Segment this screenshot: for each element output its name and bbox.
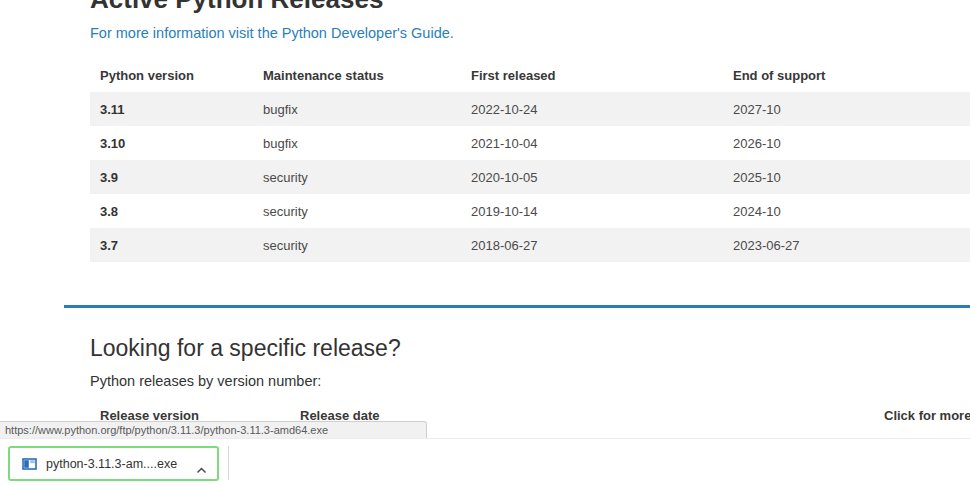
download-filename: python-3.11.3-am....exe <box>46 457 177 471</box>
cell-status: security <box>253 160 461 194</box>
column-header-first-released: First released <box>461 56 723 92</box>
column-header-click-for-more: Click for more <box>884 408 970 423</box>
status-url-text: https://www.python.org/ftp/python/3.11.3… <box>0 422 426 438</box>
cell-end-of-support: 2024-10 <box>723 194 970 228</box>
cell-end-of-support: 2026-10 <box>723 126 970 160</box>
browser-viewport: Active Python Releases For more informat… <box>0 0 970 485</box>
table-row: 3.7 security 2018-06-27 2023-06-27 <box>90 228 970 262</box>
column-header-python-version: Python version <box>90 56 253 92</box>
column-header-end-of-support: End of support <box>723 56 970 92</box>
developers-guide-link[interactable]: For more information visit the Python De… <box>90 25 454 41</box>
table-row: 3.10 bugfix 2021-10-04 2026-10 <box>90 126 970 160</box>
cell-first-released: 2018-06-27 <box>461 228 723 262</box>
cell-end-of-support: 2025-10 <box>723 160 970 194</box>
table-row: 3.11 bugfix 2022-10-24 2027-10 <box>90 92 970 126</box>
cell-first-released: 2019-10-14 <box>461 194 723 228</box>
cell-version: 3.10 <box>90 126 253 160</box>
download-shelf: python-3.11.3-am....exe <box>0 438 970 485</box>
active-releases-heading: Active Python Releases <box>90 0 970 14</box>
chevron-up-icon[interactable] <box>196 460 207 467</box>
cell-first-released: 2021-10-04 <box>461 126 723 160</box>
cell-status: bugfix <box>253 126 461 160</box>
cell-status: security <box>253 228 461 262</box>
cell-first-released: 2020-10-05 <box>461 160 723 194</box>
cell-end-of-support: 2027-10 <box>723 92 970 126</box>
table-header-row: Python version Maintenance status First … <box>90 56 970 92</box>
download-item-python-installer[interactable]: python-3.11.3-am....exe <box>8 446 219 481</box>
cell-version: 3.7 <box>90 228 253 262</box>
cell-status: security <box>253 194 461 228</box>
cell-status: bugfix <box>253 92 461 126</box>
column-header-maintenance-status: Maintenance status <box>253 56 461 92</box>
cell-version: 3.8 <box>90 194 253 228</box>
shelf-item-separator <box>228 446 229 480</box>
specific-release-heading: Looking for a specific release? <box>90 334 970 362</box>
cell-end-of-support: 2023-06-27 <box>723 228 970 262</box>
specific-release-subtitle: Python releases by version number: <box>90 372 970 390</box>
info-link-line: For more information visit the Python De… <box>90 24 970 42</box>
section-divider <box>64 305 970 308</box>
cell-first-released: 2022-10-24 <box>461 92 723 126</box>
table-row: 3.9 security 2020-10-05 2025-10 <box>90 160 970 194</box>
table-row: 3.8 security 2019-10-14 2024-10 <box>90 194 970 228</box>
link-target-status-bubble: https://www.python.org/ftp/python/3.11.3… <box>0 421 427 438</box>
python-org-page: Active Python Releases For more informat… <box>0 0 970 438</box>
installer-icon <box>22 457 37 471</box>
active-releases-table: Python version Maintenance status First … <box>90 56 970 262</box>
cell-version: 3.11 <box>90 92 253 126</box>
cell-version: 3.9 <box>90 160 253 194</box>
